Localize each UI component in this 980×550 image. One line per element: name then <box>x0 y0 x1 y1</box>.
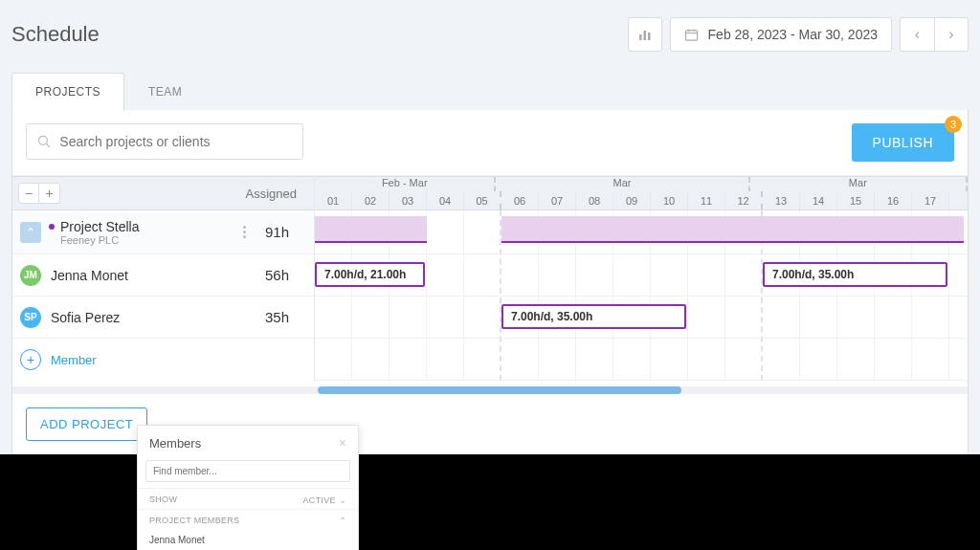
add-member-label: Member <box>51 353 97 367</box>
chevron-down-icon: ⌄ <box>339 495 346 505</box>
project-bar[interactable] <box>501 216 763 243</box>
avatar: JM <box>20 265 41 286</box>
member-name: Jenna Monet <box>51 268 265 283</box>
timeline-member-row[interactable]: 7.00h/d, 35.00h <box>315 297 968 339</box>
assigned-column-header: Assigned <box>246 187 297 201</box>
page-title: Schedule <box>11 22 100 47</box>
project-row: ⌃ Project Stella Feeney PLC 91h <box>12 210 314 254</box>
plus-circle-icon: + <box>20 349 41 370</box>
svg-line-8 <box>47 143 50 146</box>
member-row: SP Sofia Perez 35h <box>12 297 314 339</box>
project-color-dot <box>49 224 55 230</box>
project-hours: 91h <box>265 224 289 240</box>
tab-projects[interactable]: PROJECTS <box>11 73 124 111</box>
svg-rect-2 <box>648 33 651 40</box>
svg-point-7 <box>38 136 47 144</box>
publish-button[interactable]: PUBLISH <box>852 123 954 162</box>
publish-badge: 3 <box>945 116 962 133</box>
popup-section-project: PROJECT MEMBERS <box>149 516 239 526</box>
member-hours: 56h <box>265 267 289 283</box>
assignment-bar[interactable]: 7.00h/d, 35.00h <box>501 304 686 329</box>
svg-rect-0 <box>639 34 642 40</box>
chevron-left-icon: ‹ <box>915 26 920 43</box>
search-input-wrap[interactable] <box>26 123 303 160</box>
svg-rect-3 <box>685 30 697 39</box>
project-bar[interactable] <box>315 216 427 243</box>
chevron-up-icon: ⌃ <box>26 226 35 239</box>
member-name: Sofia Perez <box>51 310 265 325</box>
timeline-day-row: 0102030405060708091011121314151617 <box>315 191 968 210</box>
member-hours: 35h <box>265 309 289 325</box>
date-range-text: Feb 28, 2023 - Mar 30, 2023 <box>708 27 878 42</box>
date-range-button[interactable]: Feb 28, 2023 - Mar 30, 2023 <box>670 17 892 52</box>
timeline-empty-row <box>315 339 968 381</box>
timeline-scrollbar[interactable] <box>12 386 968 394</box>
timeline-project-row[interactable] <box>315 210 968 254</box>
add-member-button[interactable]: + Member <box>12 339 314 381</box>
popup-show-label: SHOW <box>149 495 177 505</box>
member-row: JM Jenna Monet 56h <box>12 254 314 297</box>
bar-chart-icon <box>637 27 653 42</box>
members-popup: Members × SHOW Active ⌄ PROJECT MEMBERS … <box>137 425 359 550</box>
popup-search-input[interactable] <box>145 460 350 482</box>
popup-member-item[interactable]: Jenna Monet <box>138 530 358 550</box>
chevron-right-icon: › <box>948 26 953 43</box>
prev-range-button[interactable]: ‹ <box>900 17 934 52</box>
tab-team[interactable]: TEAM <box>124 73 206 110</box>
project-bar[interactable] <box>763 216 964 243</box>
project-name: Project Stella <box>60 219 139 234</box>
assignment-bar[interactable]: 7.00h/d, 21.00h <box>315 262 425 287</box>
popup-show-dropdown[interactable]: Active ⌄ <box>303 495 346 505</box>
popup-title: Members <box>149 436 201 451</box>
calendar-icon <box>684 28 699 42</box>
expand-all-button[interactable]: + <box>39 183 60 204</box>
avatar: SP <box>20 307 41 328</box>
assignment-bar[interactable]: 7.00h/d, 35.00h <box>763 262 947 287</box>
next-range-button[interactable]: › <box>934 17 969 52</box>
close-icon[interactable]: × <box>339 435 346 451</box>
timeline-month-row: Feb - MarMarMar <box>315 176 968 191</box>
search-icon <box>36 133 52 150</box>
project-menu-button[interactable] <box>243 226 246 238</box>
timeline-member-row[interactable]: 7.00h/d, 21.00h 7.00h/d, 35.00h <box>315 254 968 297</box>
svg-rect-1 <box>643 31 646 40</box>
collapse-project-button[interactable]: ⌃ <box>20 222 41 243</box>
chevron-up-icon[interactable]: ⌃ <box>339 516 346 526</box>
stats-icon-button[interactable] <box>628 17 662 52</box>
add-project-button[interactable]: ADD PROJECT <box>26 407 147 441</box>
project-client: Feeney PLC <box>60 234 243 246</box>
scrollbar-thumb[interactable] <box>318 386 680 394</box>
search-input[interactable] <box>59 134 293 149</box>
collapse-all-button[interactable]: − <box>18 183 39 204</box>
